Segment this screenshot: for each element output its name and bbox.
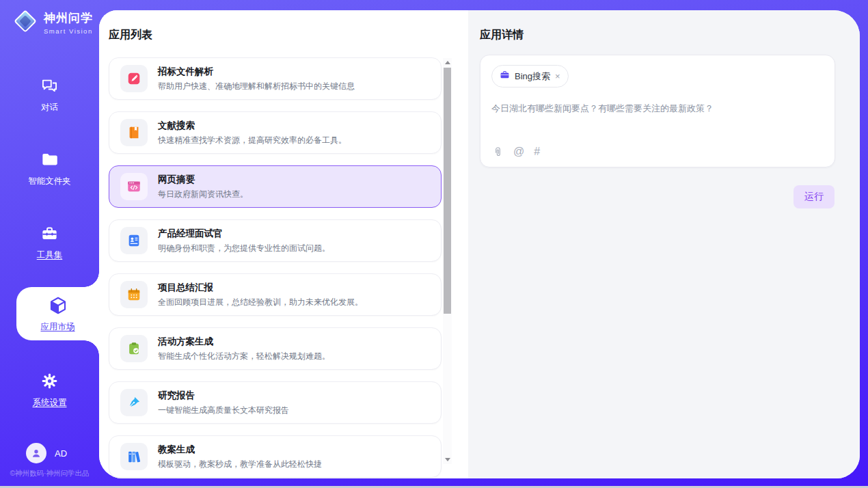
books-icon (120, 443, 148, 470)
app-card-web-summary[interactable]: 网页摘要 每日政府新闻资讯快查。 (109, 165, 442, 208)
toolbox-icon (40, 224, 59, 245)
app-list-title: 应用列表 (109, 28, 152, 42)
app-card-desc: 模板驱动，教案秒成，教学准备从此轻松快捷 (158, 459, 322, 470)
main-content: 应用列表 招标文件解析 帮助用户快速、准确地理解和解析招标书中的关键信息 (99, 10, 860, 478)
sidebar-item-chat[interactable]: 对话 (0, 77, 99, 113)
question-text[interactable]: 今日湖北有哪些新闻要点？有哪些需要关注的最新政策？ (491, 103, 824, 115)
sidebar-item-smart-folder[interactable]: 智能文件夹 (0, 150, 99, 187)
prompt-input-card[interactable]: Bing搜索 × 今日湖北有哪些新闻要点？有哪些需要关注的最新政策？ @ # (480, 55, 835, 167)
brand: 神州问学 Smart Vision (12, 8, 93, 37)
arrow-up-icon[interactable] (443, 58, 452, 67)
avatar (26, 443, 46, 463)
tool-chip-label: Bing搜索 (515, 70, 550, 83)
app-card-title: 文献搜索 (158, 120, 347, 132)
app-card-title: 产品经理面试官 (158, 228, 330, 240)
folder-icon (40, 150, 59, 172)
app-card-title: 教案生成 (158, 444, 322, 456)
sidebar: 神州问学 Smart Vision 对话 智能文件夹 (0, 0, 99, 486)
app-card-desc: 每日政府新闻资讯快查。 (158, 189, 248, 200)
clipboard-check-icon (120, 335, 148, 362)
list-scrollbar[interactable] (443, 58, 452, 464)
app-card-desc: 快速精准查找学术资源，提高研究效率的必备工具。 (158, 135, 347, 146)
app-card-activity-plan[interactable]: 活动方案生成 智能生成个性化活动方案，轻松解决规划难题。 (109, 327, 442, 370)
app-card-literature-search[interactable]: 文献搜索 快速精准查找学术资源，提高研究效率的必备工具。 (109, 111, 442, 154)
app-card-desc: 智能生成个性化活动方案，轻松解决规划难题。 (158, 351, 330, 362)
sidebar-item-label: 对话 (41, 102, 58, 113)
sidebar-item-toolset[interactable]: 工具集 (0, 224, 99, 261)
app-card-project-summary[interactable]: 项目总结汇报 全面回顾项目进展，总结经验教训，助力未来优化发展。 (109, 273, 442, 316)
webpage-code-icon (120, 173, 148, 200)
app-detail-pane: 应用详情 Bing搜索 × 今日湖北有哪些新闻要点？有哪些需要关注的最新政策？ (468, 10, 860, 478)
gear-icon (40, 372, 59, 393)
sidebar-item-label: 工具集 (37, 249, 63, 261)
app-card-title: 活动方案生成 (158, 336, 330, 348)
scrollbar-thumb[interactable] (444, 68, 451, 314)
app-card-desc: 一键智能生成高质量长文本研究报告 (158, 405, 289, 416)
interview-doc-icon (120, 227, 148, 254)
app-list-pane: 应用列表 招标文件解析 帮助用户快速、准确地理解和解析招标书中的关键信息 (99, 10, 468, 478)
sidebar-item-label: 应用市场 (41, 321, 75, 333)
input-toolbar: @ # (492, 146, 540, 158)
briefcase-icon (500, 70, 510, 83)
tool-chip-bing-search[interactable]: Bing搜索 × (491, 65, 569, 87)
chat-icon (40, 77, 59, 98)
sidebar-item-label: 系统设置 (33, 397, 67, 409)
ink-pen-icon (120, 389, 148, 416)
cube-icon (48, 295, 68, 318)
app-detail-title: 应用详情 (480, 28, 524, 42)
arrow-down-icon[interactable] (443, 455, 452, 464)
app-card-title: 网页摘要 (158, 174, 248, 186)
app-card-title: 研究报告 (158, 390, 289, 402)
user-account[interactable]: AD (26, 443, 67, 463)
app-card-desc: 明确身份和职责，为您提供专业性的面试问题。 (158, 243, 330, 254)
app-card-lesson-plan[interactable]: 教案生成 模板驱动，教案秒成，教学准备从此轻松快捷 (109, 435, 442, 478)
user-name: AD (55, 448, 67, 459)
app-card-title: 招标文件解析 (158, 66, 355, 78)
sidebar-item-label: 智能文件夹 (28, 176, 71, 187)
run-button[interactable]: 运行 (794, 185, 835, 208)
book-icon (120, 119, 148, 146)
sidebar-item-settings[interactable]: 系统设置 (0, 372, 99, 409)
calendar-icon (120, 281, 148, 308)
pen-square-icon (120, 65, 148, 92)
app-card-tender-parse[interactable]: 招标文件解析 帮助用户快速、准确地理解和解析招标书中的关键信息 (109, 57, 442, 100)
app-card-research-report[interactable]: 研究报告 一键智能生成高质量长文本研究报告 (109, 381, 442, 424)
close-icon[interactable]: × (555, 72, 560, 81)
diamond-logo-icon (12, 8, 38, 37)
paperclip-icon[interactable] (492, 146, 504, 158)
app-card-title: 项目总结汇报 (158, 282, 363, 294)
brand-name: 神州问学 (44, 10, 93, 26)
at-icon[interactable]: @ (513, 146, 524, 158)
app-card-list: 招标文件解析 帮助用户快速、准确地理解和解析招标书中的关键信息 文献搜索 (109, 57, 442, 478)
brand-subtitle: Smart Vision (44, 27, 93, 35)
app-card-desc: 全面回顾项目进展，总结经验教训，助力未来优化发展。 (158, 297, 363, 308)
sidebar-item-app-market[interactable]: 应用市场 (16, 287, 99, 340)
app-card-desc: 帮助用户快速、准确地理解和解析招标书中的关键信息 (158, 81, 355, 92)
hash-icon[interactable]: # (534, 146, 540, 158)
sidebar-footer: ©神州数码·神州问学出品 (0, 469, 99, 478)
app-card-pm-interviewer[interactable]: 产品经理面试官 明确身份和职责，为您提供专业性的面试问题。 (109, 219, 442, 262)
